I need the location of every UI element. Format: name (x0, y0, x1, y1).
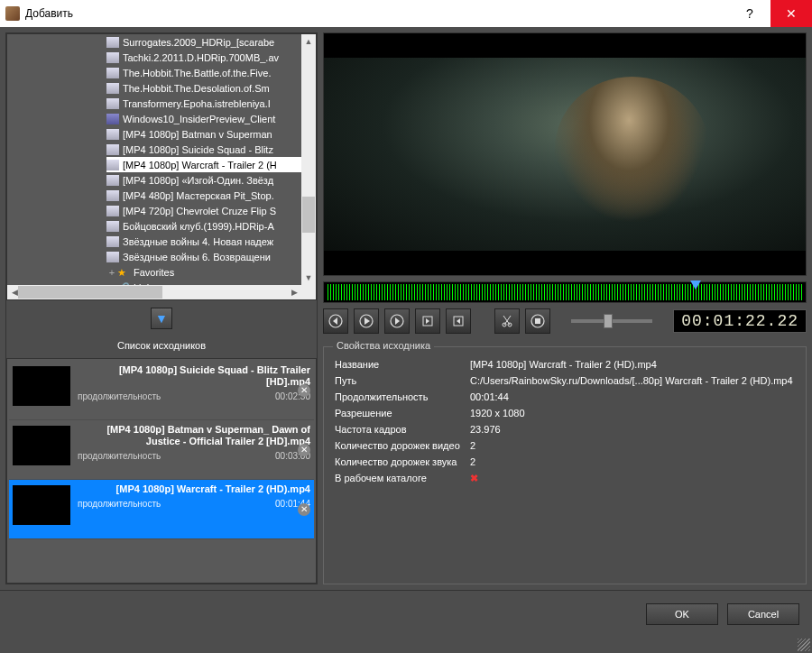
remove-source-button[interactable]: ✕ (298, 384, 310, 397)
tree-item-label: Бойцовский клуб.(1999).HDRip-A (123, 221, 274, 232)
tree-item-label: [MP4 1080p] Warcraft - Trailer 2 (H (123, 160, 277, 170)
tree-item[interactable]: [MP4 1080p] Suicide Squad - Blitz (106, 142, 301, 157)
svg-rect-8 (535, 318, 540, 324)
close-button[interactable]: ✕ (770, 0, 812, 27)
tree-item-label: Звёздные войны 4. Новая надеж (123, 236, 273, 247)
property-key: Путь (335, 372, 470, 389)
file-icon (106, 129, 119, 140)
props-legend: Свойства исходника (333, 340, 434, 351)
tree-item[interactable]: Windows10_InsiderPreview_Client (106, 111, 301, 126)
property-value: 2 (470, 437, 795, 454)
tree-item-label: [MP4 1080p] Suicide Squad - Blitz (123, 144, 273, 155)
playhead-icon[interactable] (690, 281, 701, 304)
property-value: 2 (470, 454, 795, 470)
preview-frame (324, 58, 806, 251)
duration-label: продолжительность (78, 499, 161, 509)
vscroll-thumb[interactable] (302, 197, 315, 233)
source-item[interactable]: [MP4 1080p] Batman v Superman_ Dawn of J… (9, 420, 314, 480)
titlebar: Добавить ? ✕ (0, 0, 812, 27)
iso-icon (106, 114, 119, 124)
property-key: Количество дорожек звука (335, 454, 470, 470)
tree-item[interactable]: The.Hobbit.The.Battle.of.the.Five. (106, 65, 301, 80)
tree-item[interactable]: Surrogates.2009_HDRip_[scarabe (106, 34, 301, 50)
speed-slider[interactable] (571, 319, 652, 323)
source-item[interactable]: [MP4 1080p] Suicide Squad - Blitz Traile… (9, 361, 314, 420)
file-icon (106, 252, 119, 262)
tree-item-label: [MP4 1080p] «Изгой-Один. Звёзд (123, 175, 273, 186)
source-item[interactable]: [MP4 1080p] Warcraft - Trailer 2 (HD).mp… (9, 480, 314, 539)
tree-item[interactable]: [MP4 720p] Chevrolet Cruze Flip S (106, 203, 301, 218)
remove-source-button[interactable]: ✕ (298, 444, 310, 456)
forward-button[interactable] (384, 308, 410, 334)
stop-button[interactable] (525, 308, 550, 334)
expand-icon[interactable]: + (106, 267, 117, 278)
resize-grip[interactable] (798, 639, 810, 651)
property-row: В рабочем каталоге✖ (335, 470, 795, 486)
window-title: Добавить (25, 7, 729, 20)
tree-item[interactable]: +★Favorites (106, 264, 301, 280)
tree-item[interactable]: Звёздные войны 4. Новая надеж (106, 234, 301, 249)
property-row: Количество дорожек видео2 (335, 437, 795, 454)
file-icon (106, 236, 119, 247)
source-name: [MP4 1080p] Batman v Superman_ Dawn of J… (78, 424, 310, 447)
cut-button[interactable] (494, 308, 520, 334)
timeline-ticks (328, 284, 802, 300)
file-icon (106, 190, 119, 201)
play-button[interactable] (354, 308, 379, 334)
scroll-up-icon[interactable]: ▲ (301, 34, 316, 49)
remove-source-button[interactable]: ✕ (298, 503, 310, 516)
mark-out-button[interactable] (446, 308, 471, 334)
tree-item[interactable]: [MP4 1080p] Batman v Superman (106, 126, 301, 142)
tree-item[interactable]: [MP4 1080p] Warcraft - Trailer 2 (H (106, 157, 301, 172)
property-value: 23.976 (470, 421, 795, 437)
tree-item[interactable]: [MP4 480p] Мастерская Pit_Stop. (106, 188, 301, 203)
tree-vscroll[interactable]: ▲ ▼ (301, 34, 316, 285)
scroll-down-icon[interactable]: ▼ (301, 271, 316, 285)
source-list-title: Список исходников (6, 336, 317, 358)
video-preview[interactable] (323, 32, 807, 276)
property-row: Название[MP4 1080p] Warcraft - Trailer 2… (335, 356, 795, 372)
property-key: Разрешение (335, 405, 470, 421)
file-icon (106, 52, 119, 63)
tree-item-label: [MP4 720p] Chevrolet Cruze Flip S (123, 206, 276, 216)
file-tree[interactable]: Surrogates.2009_HDRip_[scarabeTachki.2.2… (6, 33, 317, 300)
app-icon (5, 6, 20, 21)
x-icon: ✖ (470, 473, 478, 483)
tree-item[interactable]: Tachki.2.2011.D.HDRip.700MB_.av (106, 50, 301, 65)
property-value: C:/Users/RainbowSky.ru/Downloads/[...80p… (470, 372, 795, 389)
scroll-corner (301, 285, 316, 299)
tree-item[interactable]: Звёздные войны 6. Возвращени (106, 249, 301, 264)
tree-item-label: Transformery.Epoha.istrebleniya.I (123, 98, 271, 109)
duration-label: продолжительность (78, 391, 161, 401)
property-key: В рабочем каталоге (335, 470, 470, 486)
file-icon (106, 37, 119, 48)
property-value: 1920 x 1080 (470, 405, 795, 421)
add-to-sources-button[interactable]: ▼ (151, 308, 172, 329)
property-row: Разрешение1920 x 1080 (335, 405, 795, 421)
tree-item[interactable]: Бойцовский клуб.(1999).HDRip-A (106, 218, 301, 234)
hscroll-thumb[interactable] (18, 286, 162, 299)
cancel-button[interactable]: Cancel (727, 603, 799, 625)
timecode-display: 00:01:22.22 (673, 309, 807, 333)
file-icon (106, 83, 119, 94)
property-value: ✖ (470, 470, 795, 486)
tree-item-label: [MP4 480p] Мастерская Pit_Stop. (123, 190, 274, 201)
help-button[interactable]: ? (729, 0, 770, 27)
property-value: [MP4 1080p] Warcraft - Trailer 2 (HD).mp… (470, 356, 795, 372)
source-name: [MP4 1080p] Warcraft - Trailer 2 (HD).mp… (78, 483, 310, 495)
tree-item[interactable]: Transformery.Epoha.istrebleniya.I (106, 96, 301, 111)
file-icon (106, 175, 119, 186)
rewind-button[interactable] (323, 308, 348, 334)
source-thumbnail (13, 485, 70, 525)
tree-hscroll[interactable]: ◀ ▶ (7, 285, 301, 299)
tree-item[interactable]: The.Hobbit.The.Desolation.of.Sm (106, 80, 301, 96)
duration-label: продолжительность (78, 451, 161, 461)
ok-button[interactable]: OK (646, 603, 718, 625)
tree-item-label: Tachki.2.2011.D.HDRip.700MB_.av (123, 52, 279, 63)
slider-knob[interactable] (604, 314, 613, 328)
file-icon (106, 98, 119, 109)
tree-item[interactable]: [MP4 1080p] «Изгой-Один. Звёзд (106, 172, 301, 188)
mark-in-button[interactable] (415, 308, 440, 334)
scroll-right-icon[interactable]: ▶ (287, 285, 301, 299)
timeline[interactable] (323, 281, 807, 303)
